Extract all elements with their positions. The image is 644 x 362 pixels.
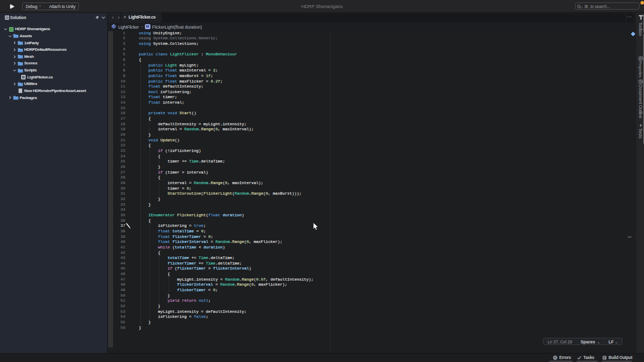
svg-text:C: C [113,25,115,28]
